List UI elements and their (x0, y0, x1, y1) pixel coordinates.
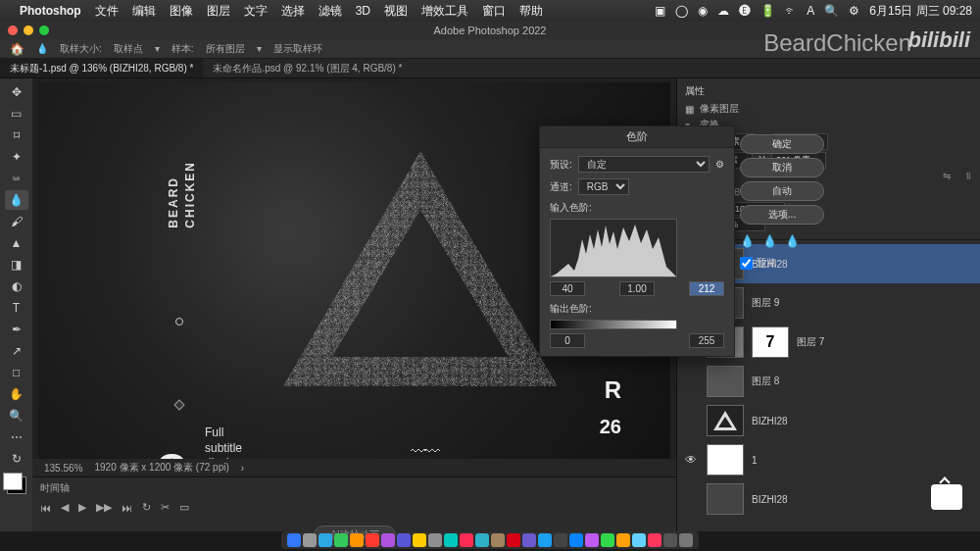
eraser-tool-icon[interactable]: ◨ (5, 255, 28, 275)
preset-select[interactable]: 自定 (578, 156, 710, 173)
dock-app-icon[interactable] (334, 533, 348, 547)
input-icon[interactable]: A (807, 4, 814, 18)
layer-thumb[interactable] (707, 405, 744, 436)
tl-loop-icon[interactable]: ↻ (142, 501, 151, 514)
status-icon[interactable]: ◉ (698, 4, 708, 18)
layer-mask-thumb[interactable]: 7 (752, 326, 789, 358)
clock[interactable]: 6月15日 周三 09:28 (869, 3, 972, 20)
output-white-field[interactable] (689, 333, 724, 348)
input-black-field[interactable] (550, 281, 585, 296)
dock-app-icon[interactable] (318, 533, 332, 547)
status-icon[interactable]: ☁ (717, 4, 729, 18)
layer-thumb[interactable] (707, 483, 744, 515)
control-center-icon[interactable]: ⚙ (849, 4, 859, 18)
dock-app-icon[interactable] (444, 533, 458, 547)
menu-type[interactable]: 文字 (244, 3, 268, 20)
dock-app-icon[interactable] (616, 533, 630, 547)
menu-3d[interactable]: 3D (356, 4, 370, 18)
dock-app-icon[interactable] (632, 533, 646, 547)
tl-scissors-icon[interactable]: ✂ (161, 501, 170, 514)
layer-thumb[interactable] (707, 366, 744, 397)
dock-app-icon[interactable] (475, 533, 489, 547)
layer-row[interactable]: BIZHI28 (677, 401, 980, 440)
dock-app-icon[interactable] (507, 533, 520, 547)
visibility-icon[interactable]: 👁 (685, 453, 699, 467)
auto-button[interactable]: 自动 (740, 181, 824, 201)
opt-sample-value[interactable]: 取样点 (114, 42, 143, 56)
gradient-tool-icon[interactable]: ◐ (5, 276, 28, 296)
dock-app-icon[interactable] (413, 533, 426, 547)
dock-app-icon[interactable] (522, 533, 536, 547)
layer-name[interactable]: 图层 9 (752, 296, 779, 310)
tl-convert-icon[interactable]: ▭ (179, 501, 189, 514)
bilibili-tv-icon[interactable] (931, 484, 962, 510)
search-icon[interactable]: 🔍 (824, 4, 839, 18)
status-icon[interactable]: 🅔 (739, 4, 751, 18)
menu-plugins[interactable]: 增效工具 (421, 3, 468, 20)
color-swatch[interactable] (7, 476, 26, 494)
dock-app-icon[interactable] (381, 533, 395, 547)
dock-app-icon[interactable] (287, 533, 301, 547)
dock-app-icon[interactable] (663, 533, 677, 547)
dock-app-icon[interactable] (554, 533, 567, 547)
output-black-field[interactable] (550, 333, 585, 348)
eyedropper-tool-icon[interactable]: 💧 (5, 190, 28, 210)
dock-app-icon[interactable] (569, 533, 583, 547)
crop-tool-icon[interactable]: ⎃ (5, 169, 28, 188)
hand-tool-icon[interactable]: ✋ (5, 384, 28, 404)
menu-window[interactable]: 窗口 (482, 3, 506, 20)
dock-app-icon[interactable] (648, 533, 662, 547)
layer-name[interactable]: 图层 7 (797, 335, 824, 349)
input-white-field[interactable] (689, 281, 724, 296)
more-tool-icon[interactable]: ⋯ (5, 427, 28, 447)
menu-filter[interactable]: 滤镜 (318, 3, 342, 20)
lasso-tool-icon[interactable]: ⌑ (5, 125, 28, 145)
brush-tool-icon[interactable]: 🖌 (5, 212, 28, 231)
dock-app-icon[interactable] (366, 533, 379, 547)
close-icon[interactable] (8, 25, 18, 35)
menu-layer[interactable]: 图层 (207, 3, 230, 20)
layer-row[interactable]: 👁 1 (677, 440, 980, 479)
opt-loop[interactable]: 显示取样环 (273, 42, 322, 56)
menu-select[interactable]: 选择 (281, 3, 305, 20)
input-gamma-field[interactable] (619, 281, 655, 296)
menu-image[interactable]: 图像 (170, 3, 193, 20)
preview-checkbox[interactable]: 预览 (740, 256, 824, 270)
path-tool-icon[interactable]: ↗ (5, 341, 28, 361)
status-icon[interactable]: ◯ (675, 4, 688, 18)
dock-app-icon[interactable] (460, 533, 473, 547)
dock-app-icon[interactable] (679, 533, 693, 547)
layer-name[interactable]: 1 (752, 455, 758, 466)
stamp-tool-icon[interactable]: ▲ (5, 233, 28, 253)
white-eyedropper-icon[interactable]: 💧 (785, 234, 800, 248)
levels-dialog[interactable]: 色阶 预设: 自定 ⚙ 通道: RGB 输入色阶: 输出色阶: 确定 (539, 125, 735, 357)
layer-name[interactable]: 图层 8 (752, 375, 779, 388)
gray-eyedropper-icon[interactable]: 💧 (762, 234, 777, 248)
options-button[interactable]: 选项... (740, 205, 824, 225)
zoom-level[interactable]: 135.56% (44, 463, 82, 474)
layer-row[interactable]: 图层 8 (677, 362, 980, 401)
tl-next-icon[interactable]: ▶▶ (96, 501, 112, 514)
status-icon[interactable]: ▣ (655, 4, 665, 18)
minimize-icon[interactable] (24, 25, 33, 35)
dock-app-icon[interactable] (397, 533, 411, 547)
dock-app-icon[interactable] (491, 533, 505, 547)
channel-select[interactable]: RGB (578, 178, 629, 195)
menu-view[interactable]: 视图 (384, 3, 408, 20)
wifi-icon[interactable]: ᯤ (785, 4, 797, 18)
home-icon[interactable]: 🏠 (10, 42, 24, 56)
menu-help[interactable]: 帮助 (519, 3, 543, 20)
zoom-tool-icon[interactable]: 🔍 (5, 406, 28, 426)
dock-app-icon[interactable] (428, 533, 442, 547)
dock-app-icon[interactable] (601, 533, 614, 547)
ok-button[interactable]: 确定 (740, 134, 824, 154)
shape-tool-icon[interactable]: □ (5, 363, 28, 382)
layer-name[interactable]: BIZHI28 (752, 494, 788, 505)
tl-last-icon[interactable]: ⏭ (122, 502, 132, 514)
flip-v-icon[interactable]: ⥮ (964, 171, 972, 181)
tl-play-icon[interactable]: ▶ (78, 501, 86, 514)
eyedropper-icon[interactable]: 💧 (36, 43, 48, 54)
marquee-tool-icon[interactable]: ▭ (5, 104, 28, 124)
dock-app-icon[interactable] (538, 533, 552, 547)
tl-prev-icon[interactable]: ◀ (61, 501, 69, 514)
